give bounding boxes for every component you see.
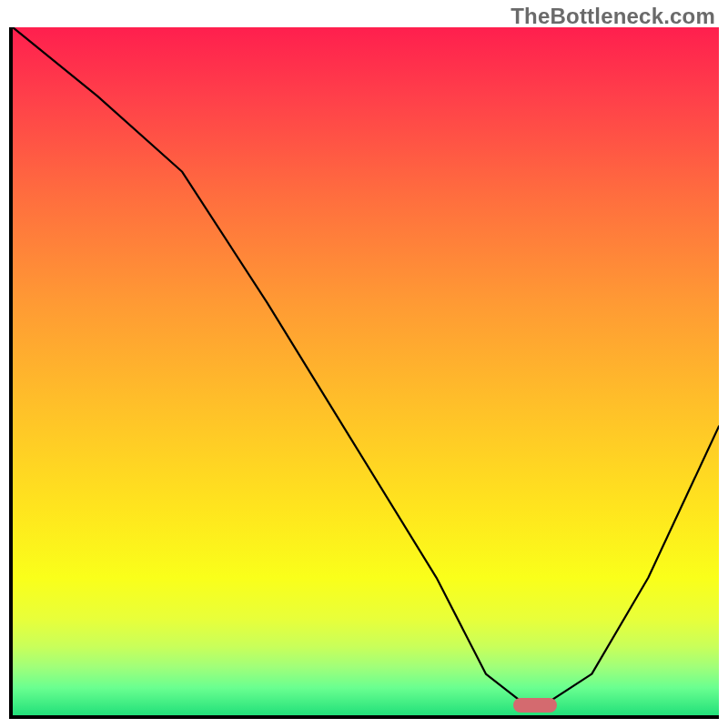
chart-frame: TheBottleneck.com	[0, 0, 728, 728]
plot-area	[9, 27, 719, 719]
optimal-marker	[513, 698, 557, 713]
bottleneck-curve	[13, 27, 719, 702]
curve-svg	[13, 27, 719, 715]
watermark-text: TheBottleneck.com	[511, 4, 715, 29]
plot-inner	[13, 27, 719, 715]
